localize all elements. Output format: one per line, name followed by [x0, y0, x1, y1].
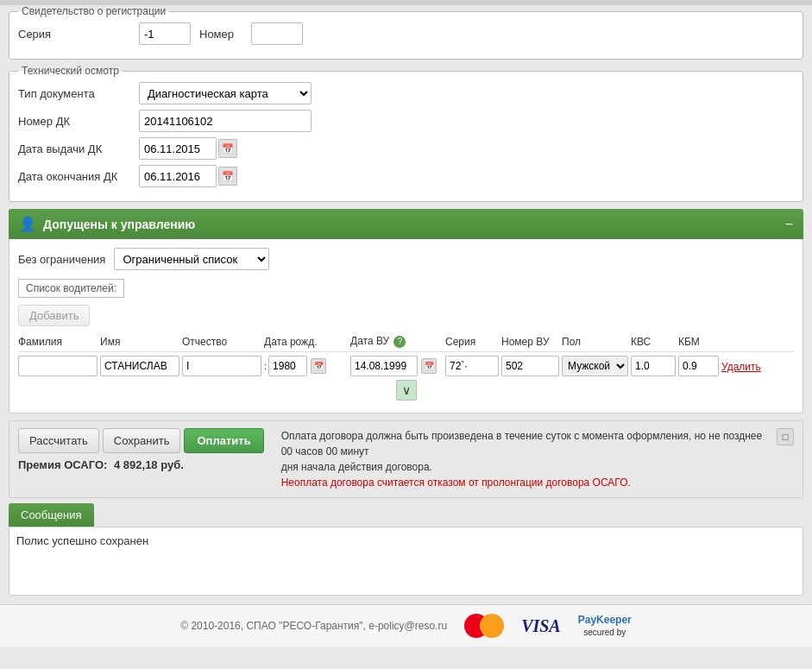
drivers-table-header: Фамилия Имя Отчество Дата рожд. Дата ВУ …	[18, 335, 794, 352]
driver-name-input[interactable]	[100, 356, 179, 376]
dk-issue-input[interactable]	[139, 137, 217, 160]
driver-pol-select[interactable]: Мужской Женский	[562, 356, 628, 376]
col-fam-header: Фамилия	[18, 336, 100, 348]
visa-logo: VISA	[521, 616, 561, 636]
restriction-label: Без ограничения	[18, 253, 105, 266]
dk-issue-row: Дата выдачи ДК 📅	[18, 137, 794, 160]
drivers-list-label: Список водителей:	[18, 279, 794, 305]
action-left: Рассчитать Сохранить Оплатить Премия ОСА…	[18, 428, 273, 471]
page-wrapper: Свидетельство о регистрации Серия Номер …	[0, 5, 812, 669]
driver-num-vu-cell	[501, 356, 562, 376]
action-bar-top: Рассчитать Сохранить Оплатить Премия ОСА…	[18, 428, 794, 490]
add-driver-button[interactable]: Добавить	[18, 305, 90, 326]
col-kvs-header: КВС	[631, 336, 678, 348]
premium-row: Премия ОСАГО: 4 892,18 руб.	[18, 458, 273, 471]
action-bar: Рассчитать Сохранить Оплатить Премия ОСА…	[9, 420, 803, 498]
col-name-header: Имя	[100, 336, 182, 348]
vu-date-calendar-icon[interactable]: 📅	[421, 358, 437, 374]
col-num-vu-header: Номер ВУ	[501, 336, 562, 348]
col-seria-header: Серия	[445, 336, 501, 348]
vu-date-help-icon[interactable]: ?	[393, 336, 406, 348]
drivers-header-left: 👤 Допущены к управлению	[19, 216, 195, 232]
paykeeper-name: PayKeeper	[578, 614, 632, 626]
doc-type-label: Тип документа	[18, 87, 139, 100]
driver-pol-cell: Мужской Женский	[562, 356, 631, 376]
dk-end-calendar-icon[interactable]: 📅	[218, 167, 237, 186]
driver-vu-date-input[interactable]	[350, 356, 418, 376]
driver-kbm-cell	[678, 356, 721, 376]
driver-row: : 📅 📅 Мужской Женский	[18, 356, 794, 376]
driver-fam-cell	[18, 356, 100, 376]
driver-seria-cell	[445, 356, 501, 376]
doc-type-select[interactable]: Диагностическая карта Талон ТО	[139, 82, 312, 104]
driver-del-cell: Удалить	[721, 360, 773, 373]
drivers-header: 👤 Допущены к управлению −	[9, 209, 803, 239]
person-icon: 👤	[19, 216, 36, 232]
notice-line2: дня начала действия договора.	[281, 461, 432, 473]
notice-text: Оплата договора должна быть произведена …	[281, 428, 773, 490]
footer: © 2010-2016, СПАО "РЕСО-Гарантия", e-pol…	[0, 604, 812, 647]
paykeeper-sub: secured by	[583, 628, 626, 637]
dob-colon: :	[264, 361, 267, 371]
driver-kvs-cell	[631, 356, 678, 376]
dk-number-input[interactable]	[139, 110, 312, 132]
dk-end-row: Дата окончания ДК 📅	[18, 165, 794, 187]
paykeeper-logo: PayKeeper secured by	[578, 614, 632, 638]
seria-label: Серия	[18, 28, 139, 41]
driver-kbm-input[interactable]	[678, 356, 719, 376]
driver-dob-cell: : 📅	[264, 356, 350, 376]
expand-icon[interactable]: ∨	[396, 380, 417, 401]
mc-yellow-circle	[480, 614, 504, 638]
messages-body: Полис успешно сохранен	[9, 527, 803, 596]
nomer-input[interactable]	[251, 22, 303, 45]
messages-tab[interactable]: Сообщения	[9, 503, 94, 527]
driver-seria-input[interactable]	[445, 356, 499, 376]
dk-number-label: Номер ДК	[18, 115, 139, 128]
driver-otch-cell	[182, 356, 264, 376]
dk-issue-label: Дата выдачи ДК	[18, 142, 139, 155]
col-kbm-header: КБМ	[678, 336, 721, 348]
mastercard-icon	[464, 614, 504, 638]
dk-end-input[interactable]	[139, 165, 217, 187]
dk-issue-calendar-icon[interactable]: 📅	[218, 139, 237, 158]
col-otch-header: Отчество	[182, 336, 264, 348]
registration-row: Серия Номер	[18, 22, 794, 45]
action-buttons: Рассчитать Сохранить Оплатить	[18, 428, 264, 453]
col-pol-header: Пол	[562, 336, 631, 348]
registration-legend: Свидетельство о регистрации	[18, 5, 169, 17]
drivers-section: Без ограничения Ограниченный список Без …	[9, 239, 803, 413]
technical-legend: Технический осмотр	[18, 65, 123, 77]
expand-btn-container: ∨	[18, 380, 794, 401]
list-label-text: Список водителей:	[18, 279, 124, 298]
driver-kvs-input[interactable]	[631, 356, 676, 376]
driver-dob-input[interactable]	[268, 356, 307, 376]
driver-num-vu-input[interactable]	[501, 356, 559, 376]
notice-line1: Оплата договора должна быть произведена …	[281, 430, 763, 458]
save-button[interactable]: Сохранить	[103, 428, 181, 453]
registration-section: Свидетельство о регистрации Серия Номер	[9, 5, 803, 60]
calc-button[interactable]: Рассчитать	[18, 428, 99, 453]
premium-value: 4 892,18 руб.	[114, 458, 184, 471]
driver-fam-input[interactable]	[18, 356, 98, 376]
col-dob-header: Дата рожд.	[264, 336, 350, 348]
pay-button[interactable]: Оплатить	[184, 428, 263, 453]
seria-input[interactable]	[139, 22, 191, 45]
notice-collapse-button[interactable]: □	[777, 428, 794, 445]
messages-section: Сообщения Полис успешно сохранен	[9, 503, 803, 596]
notice-line3: Неоплата договора считается отказом от п…	[281, 477, 631, 489]
dob-calendar-icon[interactable]: 📅	[311, 358, 326, 374]
drivers-collapse-button[interactable]: −	[785, 217, 793, 232]
copyright-text: © 2010-2016, СПАО "РЕСО-Гарантия", e-pol…	[180, 620, 447, 632]
notice-container: Оплата договора должна быть произведена …	[273, 428, 773, 490]
footer-content: © 2010-2016, СПАО "РЕСО-Гарантия", e-pol…	[9, 614, 803, 638]
dk-end-label: Дата окончания ДК	[18, 170, 139, 183]
driver-name-cell	[100, 356, 182, 376]
driver-delete-link[interactable]: Удалить	[721, 361, 761, 373]
restriction-select[interactable]: Ограниченный список Без ограничения	[114, 248, 269, 270]
col-vu-date-header: Дата ВУ ?	[350, 335, 445, 348]
nomer-label: Номер	[199, 28, 251, 41]
doc-type-row: Тип документа Диагностическая карта Тало…	[18, 82, 794, 104]
driver-otch-input[interactable]	[182, 356, 261, 376]
driver-vu-date-cell: 📅	[350, 356, 445, 376]
drivers-header-title: Допущены к управлению	[43, 218, 195, 231]
